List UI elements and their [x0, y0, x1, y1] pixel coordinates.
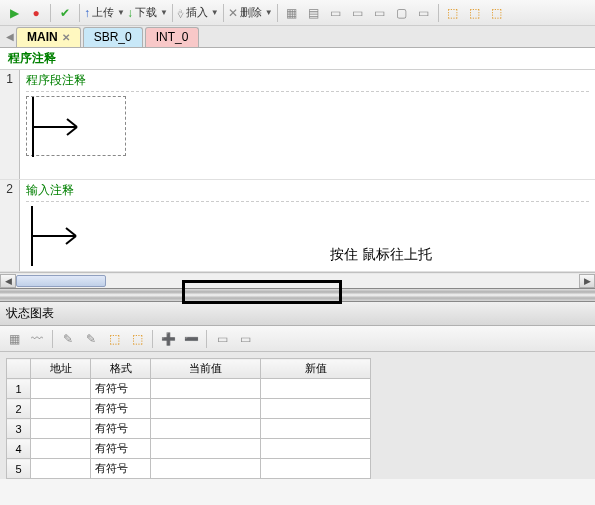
cell-current[interactable] [151, 419, 261, 439]
table-row[interactable]: 1有符号 [7, 379, 371, 399]
tab-label: SBR_0 [94, 30, 132, 44]
col-format[interactable]: 格式 [91, 359, 151, 379]
tool-btn-8[interactable]: ⬚ [443, 3, 463, 23]
upload-button[interactable]: ↑ 上传 ▼ [84, 5, 125, 20]
table-row[interactable]: 5有符号 [7, 459, 371, 479]
tool-btn-10[interactable]: ⬚ [487, 3, 507, 23]
main-toolbar: ▶ ● ✔ ↑ 上传 ▼ ↓ 下载 ▼ ⎀ 插入 ▼ ✕ 删除 ▼ ▦ ▤ ▭ … [0, 0, 595, 26]
tab-bar: ◀ MAIN ✕ SBR_0 INT_0 [0, 26, 595, 48]
monitor-icon: ▢ [396, 6, 407, 20]
cell-new[interactable] [261, 419, 371, 439]
panel-toolbar: ▦ 〰 ✎ ✎ ⬚ ⬚ ➕ ➖ ▭ ▭ [0, 326, 595, 352]
tag-icon: ▤ [308, 6, 319, 20]
trend-icon: 〰 [31, 332, 43, 346]
check-icon: ✔ [60, 6, 70, 20]
ladder-symbol[interactable] [26, 96, 126, 156]
panel-btn-6[interactable]: ⬚ [127, 329, 147, 349]
book-icon: ▭ [418, 6, 429, 20]
panel-btn-4[interactable]: ✎ [81, 329, 101, 349]
table-row[interactable]: 3有符号 [7, 419, 371, 439]
cell-address[interactable] [31, 419, 91, 439]
panel-btn-9[interactable]: ▭ [212, 329, 232, 349]
cell-current[interactable] [151, 399, 261, 419]
col-current[interactable]: 当前值 [151, 359, 261, 379]
rung-number: 2 [0, 180, 20, 271]
insert-button[interactable]: ⎀ 插入 ▼ [177, 5, 219, 20]
cell-current[interactable] [151, 379, 261, 399]
tool-btn-6[interactable]: ▢ [392, 3, 412, 23]
panel-btn-1[interactable]: ▦ [4, 329, 24, 349]
rung-body[interactable]: 输入注释 [20, 180, 595, 271]
table-row[interactable]: 4有符号 [7, 439, 371, 459]
cell-format[interactable]: 有符号 [91, 399, 151, 419]
tab-sbr0[interactable]: SBR_0 [83, 27, 143, 47]
col-new[interactable]: 新值 [261, 359, 371, 379]
cell-format[interactable]: 有符号 [91, 439, 151, 459]
download-label: 下载 [133, 5, 159, 20]
svg-line-6 [66, 228, 76, 236]
tab-main[interactable]: MAIN ✕ [16, 27, 81, 47]
rung-comment[interactable]: 程序段注释 [26, 72, 589, 92]
tool-btn-4[interactable]: ▭ [348, 3, 368, 23]
panel-btn-3[interactable]: ✎ [58, 329, 78, 349]
grid-icon: ▦ [286, 6, 297, 20]
panel-btn-8[interactable]: ➖ [181, 329, 201, 349]
scroll-track[interactable] [16, 274, 579, 288]
cell-address[interactable] [31, 459, 91, 479]
misc-icon: ▭ [217, 332, 228, 346]
status-table: 地址 格式 当前值 新值 1有符号2有符号3有符号4有符号5有符号 [6, 358, 371, 479]
editor-hscroll[interactable]: ◀ ▶ [0, 272, 595, 288]
panel-btn-2[interactable]: 〰 [27, 329, 47, 349]
tool-btn-9[interactable]: ⬚ [465, 3, 485, 23]
cell-format[interactable]: 有符号 [91, 459, 151, 479]
scroll-right-icon[interactable]: ▶ [579, 274, 595, 288]
cell-format[interactable]: 有符号 [91, 419, 151, 439]
table-icon: ▦ [9, 332, 20, 346]
cell-current[interactable] [151, 439, 261, 459]
download-button[interactable]: ↓ 下载 ▼ [127, 5, 168, 20]
delete-label: 删除 [238, 5, 264, 20]
cell-new[interactable] [261, 459, 371, 479]
tool-btn-3[interactable]: ▭ [326, 3, 346, 23]
row-number: 3 [7, 419, 31, 439]
cell-format[interactable]: 有符号 [91, 379, 151, 399]
compile-button[interactable]: ✔ [55, 3, 75, 23]
rung-body[interactable]: 程序段注释 [20, 70, 595, 179]
tool-btn-7[interactable]: ▭ [414, 3, 434, 23]
row-number: 5 [7, 459, 31, 479]
delete-button[interactable]: ✕ 删除 ▼ [228, 5, 273, 20]
tool-btn-2[interactable]: ▤ [304, 3, 324, 23]
lock-icon: ⬚ [447, 6, 458, 20]
scroll-left-icon[interactable]: ◀ [0, 274, 16, 288]
rung-comment[interactable]: 输入注释 [26, 182, 589, 202]
tab-int0[interactable]: INT_0 [145, 27, 200, 47]
cell-new[interactable] [261, 379, 371, 399]
close-icon[interactable]: ✕ [62, 32, 70, 43]
stop-button[interactable]: ● [26, 3, 46, 23]
panel-btn-7[interactable]: ➕ [158, 329, 178, 349]
run-button[interactable]: ▶ [4, 3, 24, 23]
cell-address[interactable] [31, 399, 91, 419]
scroll-thumb[interactable] [16, 275, 106, 287]
cell-current[interactable] [151, 459, 261, 479]
rung-2: 2 输入注释 [0, 180, 595, 272]
box3-icon: ▭ [374, 6, 385, 20]
cell-new[interactable] [261, 399, 371, 419]
tool-btn-1[interactable]: ▦ [282, 3, 302, 23]
tab-scroll-left[interactable]: ◀ [4, 28, 16, 46]
horizontal-splitter[interactable] [0, 288, 595, 302]
cell-new[interactable] [261, 439, 371, 459]
svg-line-2 [67, 119, 77, 127]
row-number: 2 [7, 399, 31, 419]
writeall-icon: ✎ [86, 332, 96, 346]
panel-btn-5[interactable]: ⬚ [104, 329, 124, 349]
program-comment[interactable]: 程序注释 [0, 48, 595, 70]
tool-btn-5[interactable]: ▭ [370, 3, 390, 23]
table-row[interactable]: 2有符号 [7, 399, 371, 419]
svg-line-3 [67, 127, 77, 135]
cell-address[interactable] [31, 439, 91, 459]
col-address[interactable]: 地址 [31, 359, 91, 379]
panel-btn-10[interactable]: ▭ [235, 329, 255, 349]
cell-address[interactable] [31, 379, 91, 399]
svg-line-7 [66, 236, 76, 244]
